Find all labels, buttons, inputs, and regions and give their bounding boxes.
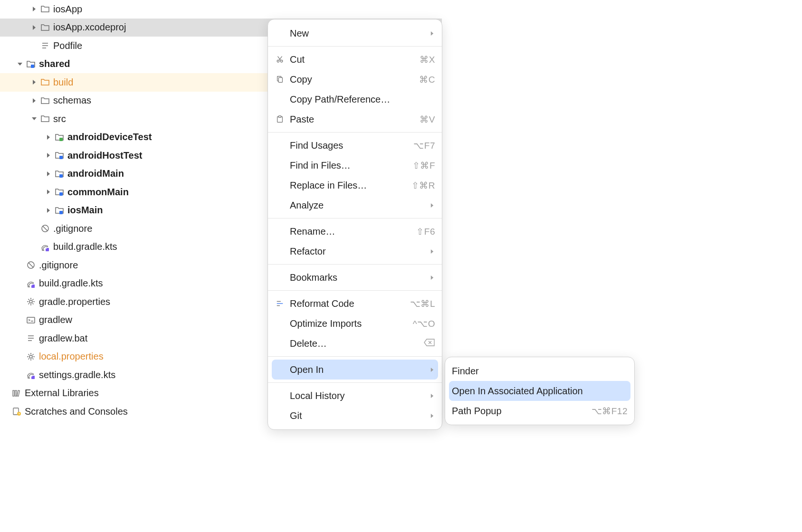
gradle-icon: [26, 278, 36, 289]
expand-arrow-icon[interactable]: [29, 25, 40, 30]
gear-icon: [26, 296, 36, 307]
folder-icon: [40, 114, 50, 124]
tree-item-label: iosMain: [67, 205, 103, 216]
menu-item-local-history[interactable]: Local History: [268, 386, 442, 406]
submenu-arrow-icon: [429, 249, 435, 254]
menu-item-rename[interactable]: Rename…⇧F6: [268, 221, 442, 241]
menu-separator: [268, 132, 442, 133]
tree-item-label: settings.gradle.kts: [39, 370, 115, 380]
file-lines-icon: [26, 333, 36, 343]
tree-item-label: External Libraries: [25, 388, 99, 399]
menu-item-find-usages[interactable]: Find Usages⌥F7: [268, 135, 442, 155]
gitignore-icon: [26, 260, 36, 270]
submenu-arrow-icon: [429, 394, 435, 398]
folder-orange-icon: [40, 77, 50, 87]
gitignore-icon: [40, 223, 50, 234]
menu-item-label: Copy: [290, 74, 419, 85]
expand-arrow-icon[interactable]: [29, 80, 40, 85]
gradle-icon: [40, 242, 50, 252]
menu-item-reformat-code[interactable]: Reformat Code⌥⌘L: [268, 294, 442, 314]
menu-shortcut: ^⌥O: [413, 318, 435, 329]
submenu-item-label: Path Popup: [452, 406, 592, 417]
reformat-icon: [275, 298, 285, 309]
expand-arrow-icon[interactable]: [43, 135, 54, 140]
submenu-arrow-icon: [429, 414, 435, 418]
menu-item-label: Paste: [290, 114, 420, 125]
tree-item-label: Podfile: [53, 40, 82, 51]
menu-shortcut: ⌘C: [419, 74, 435, 85]
submenu-arrow-icon: [429, 368, 435, 372]
gear-icon: [26, 352, 36, 362]
submenu-item-label: Finder: [452, 366, 628, 377]
submenu-item-finder[interactable]: Finder: [445, 361, 634, 381]
menu-separator: [268, 218, 442, 218]
tree-item-label: gradle.properties: [39, 296, 110, 307]
expand-arrow-icon[interactable]: [43, 190, 54, 194]
expand-arrow-icon[interactable]: [29, 116, 40, 121]
menu-item-label: Optimize Imports: [290, 318, 413, 329]
expand-arrow-icon[interactable]: [29, 7, 40, 11]
tree-row[interactable]: iosApp: [0, 0, 442, 19]
tree-item-label: Scratches and Consoles: [25, 406, 128, 417]
delete-key-icon: [424, 338, 435, 349]
menu-item-open-in[interactable]: Open In: [272, 360, 438, 380]
tree-item-label: schemas: [53, 95, 91, 106]
library-icon: [11, 388, 22, 399]
tree-item-label: build: [53, 77, 73, 88]
menu-item-label: Find in Files…: [290, 160, 412, 171]
module-green-icon: [54, 132, 65, 142]
tree-item-label: gradlew.bat: [39, 333, 87, 344]
tree-item-label: .gitignore: [53, 223, 92, 234]
tree-item-label: local.properties: [39, 351, 104, 362]
menu-shortcut: ⌘V: [420, 114, 435, 125]
submenu-arrow-icon: [429, 276, 435, 280]
expand-arrow-icon[interactable]: [43, 208, 54, 213]
folder-icon: [40, 4, 50, 14]
menu-item-label: Local History: [290, 390, 425, 401]
expand-arrow-icon[interactable]: [14, 62, 26, 66]
menu-item-delete[interactable]: Delete…: [268, 333, 442, 353]
tree-item-label: build.gradle.kts: [53, 241, 117, 252]
menu-item-label: Cut: [290, 54, 420, 65]
menu-item-cut[interactable]: Cut⌘X: [268, 49, 442, 69]
menu-item-analyze[interactable]: Analyze: [268, 195, 442, 215]
menu-item-find-in-files[interactable]: Find in Files…⇧⌘F: [268, 155, 442, 175]
menu-item-refactor[interactable]: Refactor: [268, 241, 442, 261]
submenu-item-path-popup[interactable]: Path Popup⌥⌘F12: [445, 401, 634, 421]
menu-shortcut: ⌥⌘F12: [592, 406, 628, 417]
menu-item-optimize-imports[interactable]: Optimize Imports^⌥O: [268, 314, 442, 333]
menu-shortcut: ⇧⌘F: [412, 160, 435, 171]
context-submenu-open-in: FinderOpen In Associated ApplicationPath…: [445, 357, 635, 425]
tree-item-label: shared: [39, 58, 70, 69]
menu-item-git[interactable]: Git: [268, 406, 442, 426]
module-blue-icon: [54, 150, 65, 161]
module-blue-icon: [54, 169, 65, 179]
menu-item-label: Git: [290, 410, 425, 421]
menu-item-label: Delete…: [290, 338, 424, 349]
expand-arrow-icon[interactable]: [43, 153, 54, 158]
menu-shortcut: ⌘X: [420, 54, 435, 65]
menu-item-replace-in-files[interactable]: Replace in Files…⇧⌘R: [268, 175, 442, 195]
tree-item-label: androidDeviceTest: [67, 132, 152, 142]
file-lines-icon: [40, 40, 50, 51]
menu-item-label: Find Usages: [290, 140, 413, 151]
menu-shortcut: ⇧F6: [416, 226, 435, 237]
menu-item-label: Rename…: [290, 226, 416, 237]
menu-item-new[interactable]: New: [268, 23, 442, 43]
expand-arrow-icon[interactable]: [43, 171, 54, 176]
menu-item-paste[interactable]: Paste⌘V: [268, 109, 442, 129]
submenu-item-open-in-associated-application[interactable]: Open In Associated Application: [449, 381, 630, 401]
menu-item-bookmarks[interactable]: Bookmarks: [268, 267, 442, 287]
menu-separator: [268, 382, 442, 383]
expand-arrow-icon[interactable]: [29, 98, 40, 103]
gradle-icon: [26, 370, 36, 380]
menu-item-copy-path-reference[interactable]: Copy Path/Reference…: [268, 89, 442, 109]
menu-item-label: New: [290, 28, 425, 39]
context-menu: NewCut⌘XCopy⌘CCopy Path/Reference…Paste⌘…: [267, 19, 442, 430]
menu-item-copy[interactable]: Copy⌘C: [268, 69, 442, 89]
cut-icon: [275, 54, 285, 65]
menu-separator: [268, 46, 442, 47]
menu-item-label: Copy Path/Reference…: [290, 94, 435, 105]
tree-item-label: commonMain: [67, 187, 129, 198]
menu-item-label: Analyze: [290, 200, 425, 211]
